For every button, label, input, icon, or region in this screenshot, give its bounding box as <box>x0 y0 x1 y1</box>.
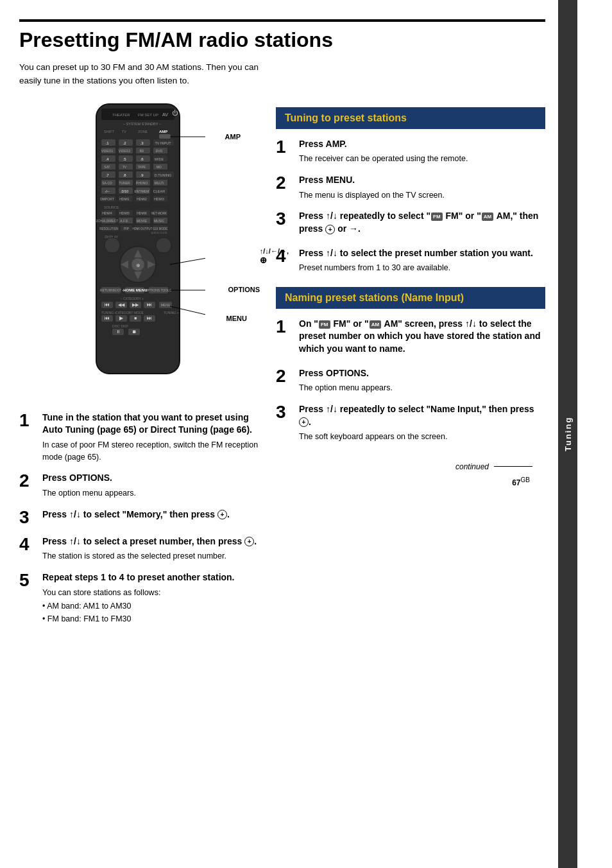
svg-text:TAPE: TAPE <box>138 165 146 169</box>
label-arrows: ↑/↓/←/→, ⊕ <box>260 247 289 266</box>
t-step-4: 4 Press ↑/↓ to select the preset number … <box>276 247 545 274</box>
svg-text:.7: .7 <box>105 173 109 177</box>
svg-text:⏭: ⏭ <box>147 302 152 308</box>
svg-text:NET-WORK: NET-WORK <box>151 212 167 215</box>
n-step-2-title: Press OPTIONS. <box>299 367 393 380</box>
continued-text: continued <box>455 462 489 471</box>
svg-text:ENT/MEM: ENT/MEM <box>134 189 149 193</box>
section-naming-header: Naming preset stations (Name Input) <box>276 287 545 309</box>
section-tuning-title: Tuning to preset stations <box>285 112 536 124</box>
svg-text:TV: TV <box>122 130 126 134</box>
continued-footer: continued <box>276 462 545 471</box>
svg-text:QUICK CLICK: QUICK CLICK <box>151 231 167 234</box>
step-4-title: Press ↑/↓ to select a preset number, the… <box>42 535 257 548</box>
svg-text:OPTIONS TOOLS: OPTIONS TOOLS <box>146 288 172 292</box>
page-number-container: 67GB <box>276 476 545 488</box>
svg-text:⏸: ⏸ <box>116 329 121 334</box>
naming-steps: 1 On "FM FM" or "AM AM" screen, press ↑/… <box>276 318 545 443</box>
intro-text: You can preset up to 30 FM and 30 AM sta… <box>19 61 263 88</box>
svg-text:HDMI5: HDMI5 <box>119 211 130 215</box>
t-step-3-content: Press ↑/↓ repeatedly to select "FM FM" o… <box>299 210 545 238</box>
step-1-title: Tune in the station that you want to pre… <box>42 412 263 437</box>
n-step-2-number: 2 <box>276 367 291 385</box>
step-1: 1 Tune in the station that you want to p… <box>19 412 263 464</box>
svg-text:.2: .2 <box>123 141 126 145</box>
svg-text:– CATEGORY +: – CATEGORY + <box>121 297 144 300</box>
svg-text:D.TUNING: D.TUNING <box>155 173 172 177</box>
t-step-2-content: Press MENU. The menu is displayed on the… <box>299 174 445 201</box>
svg-text:FM SET UP: FM SET UP <box>138 113 158 117</box>
svg-text:HDMI6: HDMI6 <box>137 211 147 215</box>
svg-text:TUNER: TUNER <box>119 181 130 185</box>
left-steps: 1 Tune in the station that you want to p… <box>19 412 263 626</box>
bullet-am: AM band: AM1 to AM30 <box>42 600 235 612</box>
svg-text:TUNING +: TUNING + <box>164 311 179 315</box>
svg-text:WIDE: WIDE <box>155 157 164 161</box>
svg-text:.0/10: .0/10 <box>121 189 128 193</box>
svg-text:⏮: ⏮ <box>105 302 110 308</box>
step-3-title: Press ↑/↓ to select "Memory," then press… <box>42 508 230 521</box>
svg-text:VIDEO2: VIDEO2 <box>119 149 131 153</box>
t-step-2-body: The menu is displayed on the TV screen. <box>299 189 445 202</box>
svg-text:MULTI: MULTI <box>155 181 164 185</box>
svg-text:·HOME MENU: ·HOME MENU <box>123 288 148 292</box>
bullet-fm: FM band: FM1 to FM30 <box>42 612 235 625</box>
svg-point-103 <box>105 238 120 253</box>
label-options: OPTIONS <box>228 286 260 293</box>
step-4-number: 4 <box>19 535 35 553</box>
step-5-content: Repeat steps 1 to 4 to preset another st… <box>42 571 235 625</box>
svg-text:SHIFT: SHIFT <box>104 130 115 134</box>
svg-text:HDMI OUTPUT: HDMI OUTPUT <box>132 227 152 230</box>
section-tuning-header: Tuning to preset stations <box>276 107 545 129</box>
n-step-2-content: Press OPTIONS. The option menu appears. <box>299 367 393 394</box>
svg-text:MOVIE: MOVIE <box>137 219 148 223</box>
two-col-layout: THEATER FM SET UP AV ⏻ – SYSTEM STANDBY … <box>19 101 545 635</box>
t-step-3: 3 Press ↑/↓ repeatedly to select "FM FM"… <box>276 210 545 238</box>
step-2-title: Press OPTIONS. <box>42 472 136 485</box>
svg-text:– SYSTEM STANDBY –: – SYSTEM STANDBY – <box>123 122 162 126</box>
svg-text:HDMI2: HDMI2 <box>137 197 147 201</box>
svg-text:RESOLUTION: RESOLUTION <box>99 227 118 230</box>
n-step-3-body: The soft keyboard appears on the screen. <box>299 431 545 443</box>
n-step-3-content: Press ↑/↓ repeatedly to select "Name Inp… <box>299 403 545 443</box>
t-step-4-content: Press ↑/↓ to select the preset number st… <box>299 247 533 274</box>
step-5-bullets: AM band: AM1 to AM30 FM band: FM1 to FM3… <box>42 600 235 625</box>
svg-text:SOURCE: SOURCE <box>104 205 119 209</box>
svg-text:DISC SKIP: DISC SKIP <box>112 324 128 328</box>
svg-text:TV: TV <box>123 165 127 169</box>
step-2-content: Press OPTIONS. The option menu appears. <box>42 472 136 499</box>
svg-text:⏮: ⏮ <box>105 315 110 321</box>
svg-text:HDMI3: HDMI3 <box>154 197 164 201</box>
t-step-1-content: Press AMP. The receiver can be operated … <box>299 138 468 165</box>
step-1-body: In case of poor FM stereo reception, swi… <box>42 439 263 464</box>
t-step-4-title: Press ↑/↓ to select the preset number st… <box>299 247 533 260</box>
step-3: 3 Press ↑/↓ to select "Memory," then pre… <box>19 508 263 526</box>
svg-text:2CH/A.DIRECT: 2CH/A.DIRECT <box>96 219 119 223</box>
t-step-2-number: 2 <box>276 174 291 192</box>
svg-text:◀◀: ◀◀ <box>118 302 125 307</box>
svg-text:DMPORT: DMPORT <box>100 197 114 201</box>
continued-line <box>494 466 532 467</box>
step-3-content: Press ↑/↓ to select "Memory," then press… <box>42 508 230 524</box>
svg-text:HDMI4: HDMI4 <box>102 211 112 215</box>
remote-svg: THEATER FM SET UP AV ⏻ – SYSTEM STANDBY … <box>77 101 205 396</box>
svg-text:▶: ▶ <box>119 315 124 321</box>
step-4-body: The station is stored as the selected pr… <box>42 550 257 562</box>
svg-text:.4: .4 <box>105 157 109 161</box>
svg-text:.1: .1 <box>105 141 109 145</box>
svg-text:.9: .9 <box>140 173 144 177</box>
svg-text:-/--: -/-- <box>105 189 109 193</box>
svg-text:GUI MODE: GUI MODE <box>153 227 168 230</box>
n-step-3-title: Press ↑/↓ repeatedly to select "Name Inp… <box>299 403 545 428</box>
svg-text:CATEGORY MODE: CATEGORY MODE <box>115 311 144 315</box>
svg-text:TV INPUT: TV INPUT <box>155 141 171 145</box>
t-step-1-number: 1 <box>276 138 291 156</box>
step-5-body: You can store stations as follows: AM ba… <box>42 587 235 626</box>
svg-text:VIDEO1: VIDEO1 <box>101 149 114 153</box>
svg-point-104 <box>156 238 171 253</box>
label-menu: MENU <box>226 315 247 322</box>
svg-text:⏭: ⏭ <box>147 315 152 321</box>
n-step-3-number: 3 <box>276 403 291 421</box>
svg-text:DVD: DVD <box>156 149 163 153</box>
t-step-4-body: Preset numbers from 1 to 30 are availabl… <box>299 262 533 274</box>
